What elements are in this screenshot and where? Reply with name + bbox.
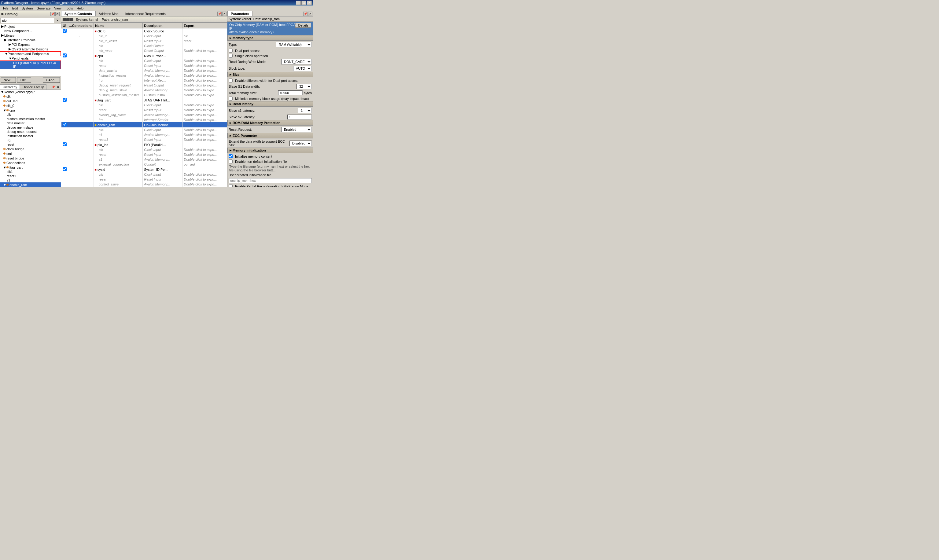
row-cpu-data-master[interactable]: data_master Avalon Memory... Double-clic… <box>62 68 227 73</box>
hier-item-cpu-custom[interactable]: custom instruction master <box>0 117 61 121</box>
row-cpu-debug-reset[interactable]: debug_reset_request Reset Output Double-… <box>62 83 227 88</box>
tab-system-contents[interactable]: System Contents <box>61 11 96 16</box>
hier-item-clk[interactable]: ⊕clk <box>0 94 61 99</box>
menu-system[interactable]: System <box>20 6 35 11</box>
row-cpu[interactable]: ■ cpu Nios II Proce... <box>62 53 227 58</box>
check-clk0[interactable] <box>63 29 66 33</box>
slave-s2-input[interactable] <box>287 115 312 120</box>
total-memory-input[interactable] <box>278 91 302 95</box>
row-sysid-control[interactable]: control_slave Avalon Memory... Double-cl… <box>62 182 227 187</box>
row-sysid-reset[interactable]: reset Reset Input Double-click to expo..… <box>62 177 227 182</box>
tree-item-new-component[interactable]: New Component... <box>0 29 61 33</box>
type-dropdown[interactable]: RAM (Writable) ROM (Read-only) <box>276 42 312 47</box>
row-onchip-reset1[interactable]: reset1 Reset Input Double-click to expo.… <box>62 137 227 142</box>
row-clk0-clk-in[interactable]: ◦— clk_in Clock Input clk <box>62 34 227 38</box>
row-sysid[interactable]: ■ sysid System ID Per... <box>62 167 227 172</box>
tab-hierarchy[interactable]: Hierarchy <box>0 84 20 89</box>
maximize-button[interactable]: □ <box>301 1 306 5</box>
params-close-btn[interactable]: ✕ <box>308 12 312 16</box>
row-onchip-s1[interactable]: s1 Avalon Memory... Double-click to expo… <box>62 132 227 137</box>
row-cpu-reset[interactable]: reset Reset Input Double-click to expo..… <box>62 63 227 68</box>
row-jtag-clk[interactable]: clk Clock Input Double-click to expo... <box>62 103 227 108</box>
dual-port-checkbox[interactable] <box>229 49 233 52</box>
hier-item-cpu-irq[interactable]: irq <box>0 138 61 142</box>
hier-item-clock-bridge[interactable]: ⊕clock bridge <box>0 147 61 151</box>
row-cpu-clk[interactable]: clk Clock Input Double-click to expo... <box>62 58 227 63</box>
tree-item-pio[interactable]: PIO (Parallel I/O) Intel FPGA IP <box>0 60 61 69</box>
menu-file[interactable]: File <box>1 6 11 11</box>
menu-view[interactable]: View <box>52 6 63 11</box>
menu-help[interactable]: Help <box>75 6 86 11</box>
params-pin-btn[interactable]: 📌 <box>303 12 307 16</box>
minimize-button[interactable]: ─ <box>296 1 301 5</box>
tab-parameters[interactable]: Parameters <box>227 11 253 16</box>
tree-item-qsys-example-designs[interactable]: ▶ QSYS Example Designs <box>0 47 61 51</box>
row-pio-external[interactable]: external_connection Conduit out_led <box>62 162 227 167</box>
col-description[interactable]: Description <box>143 23 182 28</box>
non-default-checkbox[interactable] <box>229 160 233 163</box>
hier-item-jtag-clk1[interactable]: clk1 <box>0 169 61 174</box>
slave-s1-dropdown[interactable]: 1 2 <box>298 108 312 113</box>
tab-device-family[interactable]: Device Family <box>20 84 46 89</box>
col-connections[interactable]: ...Connections <box>68 23 94 28</box>
edit-btn[interactable]: Edit... <box>17 77 31 83</box>
menu-tools[interactable]: Tools <box>63 6 75 11</box>
block-type-dropdown[interactable]: AUTO M9K M20K <box>293 66 312 71</box>
row-clk0-clk-reset[interactable]: clk_reset Reset Output Double-click to e… <box>62 48 227 53</box>
col-export[interactable]: Export <box>182 23 227 28</box>
row-clk0[interactable]: ■ clk_0 Clock Source <box>62 28 227 34</box>
hier-item-cpu-debug-reset[interactable]: debug reset request <box>0 129 61 134</box>
hier-item-jtag-uart[interactable]: ▼⊕jtag_uart <box>0 165 61 169</box>
row-jtag-avalon[interactable]: avalon_jtag_slave Avalon Memory... Doubl… <box>62 112 227 117</box>
row-sysid-clk[interactable]: clk Clock Input Double-click to expo... <box>62 172 227 177</box>
row-clk0-clk[interactable]: clk Clock Output <box>62 43 227 48</box>
init-content-checkbox[interactable] <box>229 154 233 158</box>
row-jtag-reset[interactable]: reset Reset Input Double-click to expo..… <box>62 108 227 112</box>
hierarchy-close-btn[interactable]: ✕ <box>56 85 60 89</box>
col-name[interactable]: Name <box>94 23 143 28</box>
partial-reconfig-checkbox[interactable] <box>229 184 233 187</box>
tree-item-library[interactable]: ▶ Library <box>0 33 61 38</box>
hier-item-cpu-reset[interactable]: reset <box>0 142 61 147</box>
hier-item-reset-bridge[interactable]: ⊕reset bridge <box>0 156 61 160</box>
hierarchy-pin-btn[interactable]: 📌 <box>51 85 56 89</box>
close-button[interactable]: ✕ <box>307 1 312 5</box>
system-contents-table-area[interactable]: ☑ ...Connections Name Description Export <box>61 23 227 187</box>
minimize-checkbox[interactable] <box>229 97 233 100</box>
hier-item-cmi[interactable]: ⊕cmi <box>0 151 61 156</box>
init-file-input[interactable] <box>229 178 312 183</box>
row-jtag-uart[interactable]: ■ jtag_uart JTAG UART Int... <box>62 97 227 103</box>
hier-item-kernel[interactable]: ▼ kernel [kernel.qsys]* <box>0 90 61 94</box>
hier-item-cpu-data[interactable]: data master <box>0 121 61 125</box>
row-cpu-debug-mem[interactable]: debug_mem_slave Avalon Memory... Double-… <box>62 88 227 92</box>
hier-item-clk0[interactable]: ⊕clk_0 <box>0 103 61 108</box>
sys-contents-pin-btn[interactable]: 📌 <box>217 12 222 16</box>
menu-edit[interactable]: Edit <box>11 6 20 11</box>
row-pio-s1[interactable]: s1 Avalon Memory... Double-click to expo… <box>62 157 227 162</box>
row-onchip-clk1[interactable]: clk1 Clock Input Double-click to expo... <box>62 128 227 132</box>
add-btn[interactable]: + Add... <box>43 77 60 83</box>
single-clock-checkbox[interactable] <box>229 54 233 58</box>
hier-item-cpu-debug-mem[interactable]: debug mem slave <box>0 125 61 129</box>
hier-item-cpu-clk[interactable]: clk <box>0 112 61 117</box>
read-write-dropdown[interactable]: DONT_CARE NEW_DATA OLD_DATA <box>281 59 312 65</box>
check-cpu[interactable] <box>63 54 66 57</box>
row-pio-led[interactable]: ■ pio_led PIO (Parallel... <box>62 142 227 147</box>
tree-item-interface-protocols[interactable]: ▶ Interface Protocols <box>0 38 61 42</box>
slave-data-width-dropdown[interactable]: 32 16 8 <box>296 84 312 89</box>
hier-item-cpu[interactable]: ▼⊕cpu <box>0 108 61 112</box>
tree-item-peripherals[interactable]: ▼ Peripherals <box>0 56 61 60</box>
ip-catalog-close-btn[interactable]: ✕ <box>56 12 60 16</box>
new-btn[interactable]: New... <box>1 77 16 83</box>
row-cpu-custom[interactable]: custom_instruction_master Custom Instru.… <box>62 92 227 97</box>
tree-item-processors-peripherals[interactable]: ▼ Processors and Peripherals <box>0 51 61 56</box>
tree-item-pci-express[interactable]: ▶ PCI Express <box>0 42 61 47</box>
enable-diff-checkbox[interactable] <box>229 78 233 83</box>
row-cpu-irq[interactable]: irq Interrupt Rec... Double-click to exp… <box>62 78 227 83</box>
row-pio-reset[interactable]: reset Reset Input Double-click to expo..… <box>62 152 227 157</box>
hier-item-jtag-reset1[interactable]: reset1 <box>0 174 61 178</box>
params-scroll-area[interactable]: ▶ Memory type Type: RAM (Writable) ROM (… <box>227 35 313 187</box>
check-pio-led[interactable] <box>63 142 66 146</box>
hier-item-out-led[interactable]: ⊕out_led <box>0 99 61 103</box>
ip-catalog-clear-btn[interactable]: ✕ <box>55 18 60 23</box>
